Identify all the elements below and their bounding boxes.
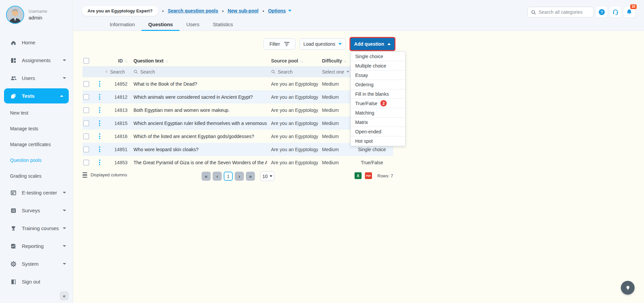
displayed-columns-button[interactable]: Displayed columns — [83, 172, 127, 178]
table-footer: Displayed columns « ‹ 1 › » 10 X PDF Row… — [83, 171, 393, 181]
tab-users[interactable]: Users — [179, 18, 206, 31]
source-pool-filter-input[interactable] — [278, 69, 308, 75]
search-icon — [531, 10, 536, 15]
search-question-pools-link[interactable]: Search question pools — [168, 8, 218, 13]
search-input[interactable] — [539, 9, 589, 15]
row-menu-kebab-icon[interactable] — [98, 146, 101, 153]
menu-item-open-ended[interactable]: Open-ended — [351, 127, 405, 136]
next-page-button[interactable]: › — [235, 172, 244, 181]
previous-page-button[interactable]: ‹ — [213, 172, 222, 181]
table-row[interactable]: 14815 Which ancient Egyptian ruler kille… — [83, 117, 393, 130]
sidebar-item-reporting[interactable]: Reporting — [0, 237, 73, 255]
column-header-id[interactable]: ID↑↓ — [105, 58, 129, 63]
sidebar-subitem-manage-tests[interactable]: Manage tests — [0, 121, 73, 136]
select-all-checkbox[interactable] — [83, 58, 89, 64]
sidebar-subitem-grading-scales[interactable]: Grading scales — [0, 168, 73, 184]
true-false-count-badge: 2 — [380, 100, 387, 106]
avatar-image — [7, 6, 23, 23]
global-search-box[interactable] — [527, 7, 594, 17]
column-header-question-text[interactable]: Question text↑↓ — [129, 58, 267, 63]
notifications-button[interactable]: 10 — [624, 7, 635, 17]
menu-item-matrix[interactable]: Matrix — [351, 118, 405, 127]
sidebar-item-label: Tests — [22, 93, 35, 99]
chevron-down-icon — [63, 210, 66, 211]
column-header-difficulty[interactable]: Difficulty↑↓ — [318, 58, 351, 63]
row-checkbox[interactable] — [83, 146, 89, 153]
menu-item-ordering[interactable]: Ordering — [351, 80, 405, 89]
sidebar-item-users[interactable]: Users — [0, 69, 73, 87]
row-menu-kebab-icon[interactable] — [98, 133, 101, 140]
app-window: Username admin Home Assignments — [0, 0, 644, 303]
filter-button[interactable]: Filter — [263, 38, 296, 50]
row-menu-kebab-icon[interactable] — [98, 93, 101, 100]
table-row[interactable]: 14853 The Great Pyramid of Giza is one o… — [83, 156, 393, 169]
sidebar-item-label: Home — [22, 40, 35, 45]
tab-questions[interactable]: Questions — [142, 18, 179, 31]
tab-statistics[interactable]: Statistics — [206, 18, 240, 31]
menu-item-hot-spot[interactable]: Hot spot — [351, 136, 405, 146]
new-sub-pool-link[interactable]: New sub-pool — [228, 8, 259, 13]
filter-icon — [284, 42, 289, 46]
last-page-button[interactable]: » — [246, 172, 255, 181]
sidebar-item-tests[interactable]: Tests — [4, 88, 69, 103]
table-row[interactable]: 14813 Both Egyptian men and women wore m… — [83, 103, 393, 117]
row-checkbox[interactable] — [83, 107, 89, 113]
sidebar-subitem-question-pools[interactable]: Question pools — [0, 152, 73, 168]
row-menu-kebab-icon[interactable] — [98, 120, 101, 127]
sidebar-item-assignments[interactable]: Assignments — [0, 51, 73, 69]
menu-item-fill-in-the-blanks[interactable]: Fill in the blanks — [351, 89, 405, 99]
sidebar-subitem-new-test[interactable]: New test — [0, 105, 73, 121]
menu-item-true-false[interactable]: True/False 2 — [351, 99, 405, 108]
menu-item-single-choice[interactable]: Single choice — [351, 52, 405, 61]
table-row[interactable]: 14852 What is the Book of the Dead? Are … — [83, 77, 393, 90]
options-menu-link[interactable]: Options — [268, 8, 291, 13]
row-menu-kebab-icon[interactable] — [98, 106, 101, 114]
load-questions-button[interactable]: Load questions — [300, 38, 346, 50]
filter-label: Filter — [269, 41, 280, 47]
tab-information[interactable]: Information — [103, 18, 142, 31]
table-row[interactable]: 14851 Who wore leopard skin cloaks? Are … — [83, 143, 393, 156]
table-filter-row: Select one — [83, 66, 393, 77]
profile-block[interactable]: Username admin — [0, 0, 73, 24]
sidebar-subitem-label: Manage certificates — [10, 142, 51, 147]
sidebar-item-sign-out[interactable]: Sign out — [0, 273, 73, 291]
breadcrumb: Are you an Egyptology Expert? • Search q… — [82, 6, 291, 16]
row-checkbox[interactable] — [83, 81, 89, 87]
add-question-button[interactable]: Add question — [350, 37, 395, 51]
help-button[interactable]: ? — [596, 7, 607, 17]
column-header-source-pool[interactable]: Source pool↑↓ — [267, 58, 318, 63]
row-checkbox[interactable] — [83, 160, 89, 166]
first-page-button[interactable]: « — [202, 172, 211, 181]
menu-item-matching[interactable]: Matching — [351, 108, 405, 118]
page-size-select[interactable]: 10 — [260, 171, 274, 181]
menu-item-multiple-choice[interactable]: Multiple choice — [351, 61, 405, 71]
sidebar-item-training-courses[interactable]: Training courses — [0, 219, 73, 237]
id-filter-input[interactable] — [110, 69, 127, 75]
table-row[interactable]: 14816 Which of the listed are ancient Eg… — [83, 130, 393, 143]
difficulty-filter-select[interactable]: Select one — [322, 69, 351, 75]
chevron-down-icon — [63, 192, 66, 193]
sidebar-item-surveys[interactable]: Surveys — [0, 202, 73, 219]
row-checkbox[interactable] — [83, 133, 89, 139]
sidebar-subitem-label: Manage tests — [10, 126, 38, 131]
row-menu-kebab-icon[interactable] — [98, 80, 101, 87]
menu-item-essay[interactable]: Essay — [351, 71, 405, 80]
tests-icon — [10, 93, 17, 99]
sidebar-item-system[interactable]: System — [0, 255, 73, 273]
export-excel-icon[interactable]: X — [355, 172, 362, 179]
support-button[interactable] — [610, 7, 621, 17]
sidebar-collapse-button[interactable]: « — [60, 291, 69, 300]
row-checkbox[interactable] — [83, 94, 89, 100]
sort-icon: ↑↓ — [165, 59, 168, 63]
table-row[interactable]: 14812 Which animals were considered sacr… — [83, 90, 393, 103]
row-menu-kebab-icon[interactable] — [98, 159, 101, 166]
question-text-filter-input[interactable] — [140, 69, 170, 75]
sidebar-item-etesting-center[interactable]: E-testing center — [0, 184, 73, 202]
sidebar-item-home[interactable]: Home — [0, 34, 73, 51]
export-pdf-icon[interactable]: PDF — [365, 172, 372, 179]
current-page-indicator[interactable]: 1 — [224, 172, 233, 181]
row-checkbox[interactable] — [83, 120, 89, 126]
sidebar-subitem-manage-certificates[interactable]: Manage certificates — [0, 136, 73, 152]
tips-fab-button[interactable] — [621, 281, 635, 295]
sidebar-item-label: Training courses — [22, 225, 59, 231]
